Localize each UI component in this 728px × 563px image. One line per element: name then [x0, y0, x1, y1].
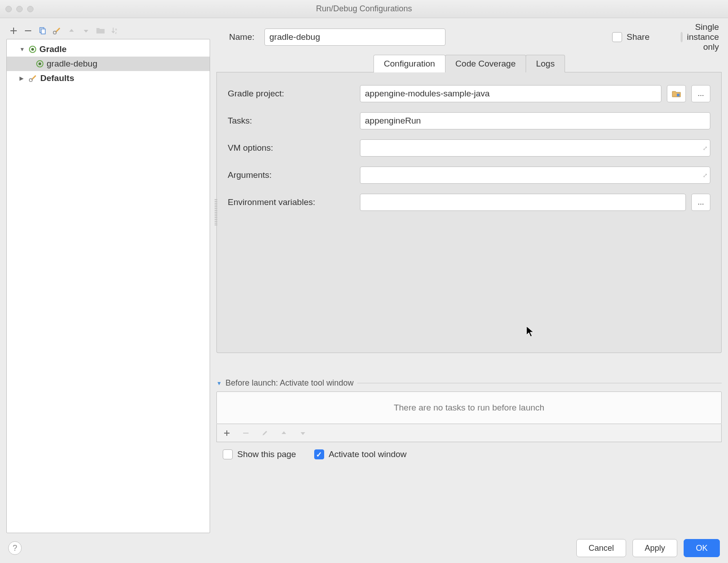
tree-node-gradle-debug[interactable]: gradle-debug [7, 57, 210, 71]
right-pane: Name: Share Single instance only Configu… [216, 23, 722, 533]
tree-label: Defaults [40, 73, 74, 83]
move-task-up-button [278, 428, 289, 439]
tab-code-coverage[interactable]: Code Coverage [445, 55, 526, 72]
wrench-icon [29, 74, 38, 83]
edit-task-button [259, 428, 270, 439]
add-task-button[interactable] [221, 428, 232, 439]
arguments-input[interactable] [360, 167, 710, 184]
left-pane: az ▼ Gradle gradle-debug ▶ Defaults [6, 23, 210, 533]
checkbox-icon [314, 449, 324, 459]
gradle-project-ellipsis-button[interactable]: ... [691, 85, 710, 102]
single-instance-checkbox[interactable]: Single instance only [681, 22, 722, 52]
gradle-icon [36, 60, 44, 68]
remove-config-button[interactable] [23, 25, 34, 36]
before-launch-header[interactable]: ▼ Before launch: Activate tool window [216, 378, 722, 388]
single-instance-label: Single instance only [687, 22, 719, 52]
before-launch-list[interactable]: There are no tasks to run before launch [216, 391, 722, 424]
dialog-footer: ? Cancel Apply OK [0, 533, 728, 563]
registered-project-button[interactable] [667, 85, 686, 102]
splitter-handle[interactable] [215, 199, 217, 226]
vm-options-input[interactable] [360, 139, 710, 157]
name-label: Name: [216, 32, 257, 42]
config-tree[interactable]: ▼ Gradle gradle-debug ▶ Defaults [6, 39, 210, 533]
before-launch-empty-text: There are no tasks to run before launch [394, 403, 545, 413]
svg-rect-10 [677, 94, 680, 96]
share-label: Share [627, 32, 650, 42]
expand-field-icon[interactable]: ⤢ [703, 172, 708, 179]
tree-label: Gradle [39, 44, 67, 54]
svg-text:z: z [115, 31, 117, 35]
move-up-button [66, 25, 77, 36]
expand-icon[interactable]: ▼ [19, 46, 26, 52]
env-vars-ellipsis-button[interactable]: ... [691, 194, 710, 211]
divider [357, 383, 722, 383]
window-title: Run/Debug Configurations [0, 4, 728, 14]
expand-field-icon[interactable]: ⤢ [703, 145, 708, 152]
svg-point-2 [53, 31, 57, 34]
arguments-label: Arguments: [228, 170, 354, 180]
close-window-icon[interactable] [5, 6, 12, 12]
tab-logs[interactable]: Logs [526, 55, 565, 72]
remove-task-button [240, 428, 251, 439]
traffic-lights [5, 6, 34, 12]
gradle-project-label: Gradle project: [228, 89, 354, 99]
edit-defaults-button[interactable] [52, 25, 62, 36]
gradle-project-input[interactable] [360, 85, 661, 102]
svg-rect-1 [41, 29, 45, 34]
chevron-down-icon: ▼ [216, 380, 222, 386]
checkbox-icon [612, 32, 622, 42]
ellipsis-label: ... [698, 198, 704, 207]
before-launch-title: Before launch: Activate tool window [225, 378, 354, 388]
sort-button: az [110, 25, 120, 36]
move-task-down-button [297, 428, 308, 439]
before-launch-section: ▼ Before launch: Activate tool window Th… [216, 378, 722, 459]
share-checkbox[interactable]: Share [612, 32, 653, 42]
help-label: ? [13, 544, 17, 553]
tasks-label: Tasks: [228, 116, 354, 126]
apply-button[interactable]: Apply [632, 539, 677, 557]
add-config-button[interactable] [8, 25, 19, 36]
config-toolbar: az [6, 23, 210, 39]
show-this-page-checkbox[interactable]: Show this page [223, 449, 296, 459]
tree-node-defaults[interactable]: ▶ Defaults [7, 71, 210, 86]
minimize-window-icon[interactable] [16, 6, 23, 12]
show-this-page-label: Show this page [237, 449, 296, 459]
tree-label: gradle-debug [47, 59, 97, 69]
cancel-button[interactable]: Cancel [576, 539, 626, 557]
activate-tool-window-checkbox[interactable]: Activate tool window [314, 449, 407, 459]
titlebar: Run/Debug Configurations [0, 0, 728, 18]
tabs: Configuration Code Coverage Logs [216, 54, 722, 72]
gradle-icon [29, 45, 37, 53]
vm-options-label: VM options: [228, 143, 354, 153]
move-down-button [81, 25, 91, 36]
folder-button [95, 25, 106, 36]
tree-node-gradle[interactable]: ▼ Gradle [7, 42, 210, 57]
copy-config-button[interactable] [37, 25, 48, 36]
env-vars-input[interactable] [360, 194, 686, 211]
env-vars-label: Environment variables: [228, 197, 354, 207]
ellipsis-label: ... [698, 89, 704, 98]
tasks-input[interactable] [360, 112, 710, 129]
checkbox-icon [681, 32, 682, 42]
ok-button[interactable]: OK [684, 539, 720, 557]
tab-configuration[interactable]: Configuration [374, 55, 445, 72]
svg-point-8 [38, 62, 41, 65]
name-input[interactable] [264, 29, 445, 46]
svg-point-9 [29, 79, 33, 82]
help-button[interactable]: ? [8, 541, 22, 555]
configuration-panel: Gradle project: ... Tasks: VM options: ⤢… [216, 72, 722, 353]
expand-icon[interactable]: ▶ [19, 75, 26, 81]
svg-point-6 [31, 48, 34, 51]
zoom-window-icon[interactable] [27, 6, 34, 12]
before-launch-toolbar [216, 424, 722, 442]
activate-tool-window-label: Activate tool window [329, 449, 407, 459]
checkbox-icon [223, 449, 233, 459]
